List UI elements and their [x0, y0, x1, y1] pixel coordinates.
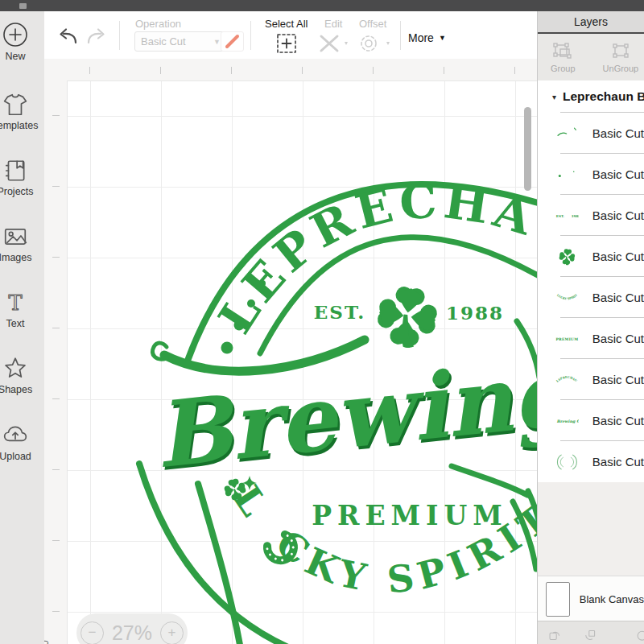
badge-premium-text: PREMIUM — [312, 500, 508, 531]
canvas-area: 00 — [44, 59, 538, 644]
layer-thumbnail-lucky-spirits: LUCKY SPIRITS — [555, 283, 579, 313]
design-canvas[interactable]: LEPRECHAUN LCKY SPIRITS EST. 1988 — [67, 80, 538, 644]
chevron-down-icon: ▼ — [213, 38, 221, 46]
sidebar-item-projects[interactable]: Projects — [0, 158, 43, 197]
color-swatch-button[interactable] — [221, 31, 244, 52]
layer-row[interactable]: Basic Cut — [538, 441, 644, 482]
vertical-ruler: 00 — [44, 80, 67, 644]
sidebar-item-shapes[interactable]: Shapes — [0, 356, 43, 395]
offset-label: Offset — [359, 18, 386, 30]
offset-icon — [358, 33, 392, 54]
toolbar-divider — [400, 21, 401, 50]
svg-text:PREMIUM: PREMIUM — [555, 336, 578, 341]
operation-label: Operation — [135, 18, 181, 30]
ruler-number: 00 — [44, 640, 51, 644]
layer-row[interactable]: LUCKY SPIRITS Basic Cut — [538, 277, 644, 318]
layer-row-label: Basic Cut — [592, 250, 644, 263]
more-button[interactable]: More ▼ — [408, 31, 446, 44]
svg-text:LUCKY SPIRITS: LUCKY SPIRITS — [555, 283, 578, 300]
weld-icon[interactable] — [631, 625, 644, 644]
toolbar-divider — [119, 21, 120, 50]
blank-canvas-label: Blank Canvas — [580, 593, 644, 605]
redo-button[interactable] — [86, 27, 109, 51]
sidebar-item-label: Text — [6, 318, 25, 329]
svg-text:Brewing Co.: Brewing Co. — [557, 418, 579, 423]
layer-row-label: Basic Cut — [592, 373, 644, 386]
layer-group-header[interactable]: ▾ Leprechaun Brewing Co — [538, 80, 644, 113]
tab-layers[interactable]: Layers — [538, 11, 644, 34]
layer-thumbnail-leprechaun: LEPRECHAUN — [555, 365, 579, 395]
os-top-bar — [0, 0, 644, 11]
layer-row-label: Basic Cut — [592, 291, 644, 304]
star-icon — [2, 356, 28, 382]
offset-button[interactable] — [358, 33, 392, 57]
sidebar-item-label: Shapes — [0, 384, 32, 395]
edit-button[interactable] — [318, 33, 350, 57]
badge-script-text: Brewing Brewing — [150, 338, 538, 492]
layer-row[interactable]: LEPRECHAUN Basic Cut — [538, 359, 644, 400]
sidebar-item-images[interactable]: Images — [0, 224, 43, 263]
layer-thumbnail-dots — [555, 159, 579, 190]
operation-select[interactable]: Basic Cut ▼ — [134, 31, 227, 52]
layers-list: ▾ Leprechaun Brewing Co Basic Cut Basic … — [538, 80, 644, 482]
horizontal-ruler — [67, 59, 538, 80]
layers-panel-tools: Group UnGroup — [538, 34, 644, 80]
layer-row[interactable]: PREMIUM Basic Cut — [538, 318, 644, 359]
layer-row-label: Basic Cut — [592, 208, 644, 222]
sidebar-item-text[interactable]: T Text — [0, 290, 43, 329]
layer-thumbnail-clover — [555, 242, 579, 272]
layer-thumbnail-swoosh — [555, 118, 579, 149]
sidebar-item-label: Projects — [0, 186, 34, 197]
group-icon — [551, 41, 574, 62]
edit-tools-icon — [318, 33, 350, 54]
layer-row[interactable]: Basic Cut — [538, 154, 644, 195]
layer-row[interactable]: Brewing Co. Basic Cut — [538, 400, 644, 441]
more-label: More — [408, 31, 434, 44]
svg-text:Brewing: Brewing — [150, 338, 538, 488]
select-all-icon — [276, 33, 297, 54]
layer-group-name: Leprechaun Brewing Co — [563, 89, 644, 104]
layers-tab-title: Layers — [574, 15, 608, 28]
sidebar-item-new[interactable]: New — [0, 21, 43, 62]
layer-row[interactable]: Basic Cut — [538, 113, 644, 154]
canvas-scrollbar-handle[interactable] — [524, 107, 531, 191]
layer-row[interactable]: EST. 1988 Basic Cut — [538, 195, 644, 236]
layer-row-label: Basic Cut — [592, 167, 644, 181]
slice-icon[interactable] — [584, 625, 597, 644]
sidebar-item-label: New — [5, 51, 25, 62]
select-all-label: Select All — [265, 18, 308, 30]
blank-canvas-row[interactable]: Blank Canvas — [538, 576, 644, 623]
leprechaun-badge-design[interactable]: LEPRECHAUN LCKY SPIRITS EST. 1988 — [68, 81, 538, 644]
duplicate-icon[interactable] — [548, 625, 561, 644]
layer-row[interactable]: Basic Cut — [538, 236, 644, 277]
cricut-design-space-window: New Templates Projects Images T — [0, 0, 644, 644]
badge-arc-bottom-text: LCKY SPIRITS — [225, 473, 538, 601]
layer-thumbnail-brewing-co: Brewing Co. — [555, 406, 579, 436]
pen-color-icon — [221, 32, 243, 51]
sidebar-item-templates[interactable]: Templates — [0, 92, 43, 131]
cloud-upload-icon — [2, 423, 28, 448]
redo-icon — [86, 27, 109, 47]
group-button[interactable]: Group — [551, 41, 576, 73]
operation-value: Basic Cut — [141, 35, 186, 47]
ungroup-button[interactable]: UnGroup — [603, 41, 639, 73]
sidebar-item-label: Upload — [0, 451, 31, 462]
chevron-down-icon[interactable]: ▾ — [552, 93, 556, 101]
undo-button[interactable] — [56, 27, 78, 51]
layer-row-label: Basic Cut — [592, 455, 644, 469]
svg-text:LEPRECHAUN: LEPRECHAUN — [555, 365, 578, 382]
select-all-button[interactable] — [276, 33, 297, 57]
zoom-out-button[interactable]: − — [80, 621, 104, 644]
undo-icon — [56, 27, 78, 47]
badge-year-text: 1988 — [446, 302, 504, 324]
badge-est-text: EST. — [314, 301, 365, 323]
layer-thumbnail-rings — [555, 447, 579, 477]
chevron-down-icon: ▼ — [439, 34, 446, 42]
sidebar: New Templates Projects Images T — [0, 11, 45, 644]
zoom-in-button[interactable]: + — [160, 621, 184, 644]
toolbar-divider — [250, 21, 251, 50]
edit-toolbar: Operation Basic Cut ▼ Select All Edit Of… — [44, 11, 538, 60]
sidebar-item-upload[interactable]: Upload — [0, 423, 43, 462]
sidebar-item-label: Templates — [0, 120, 38, 131]
menu-icon[interactable] — [19, 3, 27, 9]
